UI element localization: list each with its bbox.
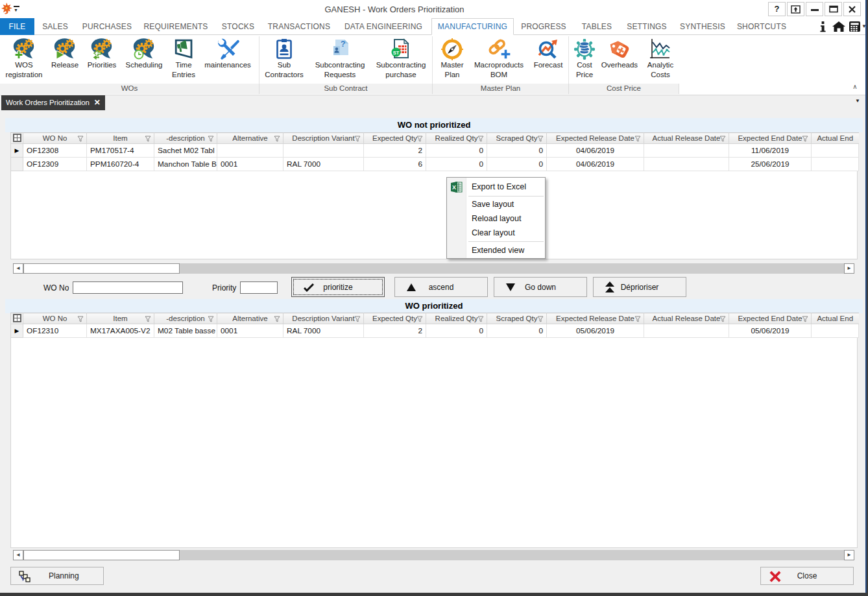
svg-text:X: X xyxy=(452,184,456,191)
svg-text:?: ? xyxy=(341,40,345,49)
svg-text:ST: ST xyxy=(393,50,400,56)
